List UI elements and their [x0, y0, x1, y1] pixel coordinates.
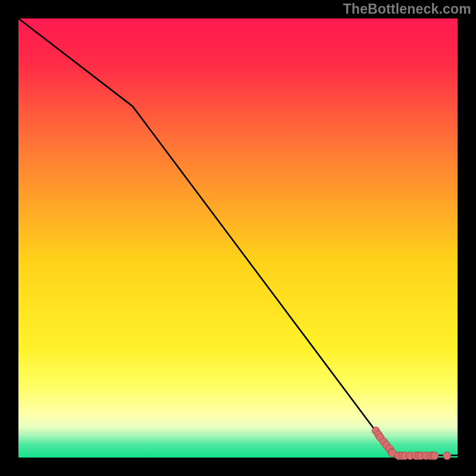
- plot-area: [18, 18, 458, 458]
- data-point: [443, 452, 451, 460]
- chart-svg: [0, 0, 476, 476]
- data-point: [431, 452, 439, 460]
- chart-container: TheBottleneck.com: [0, 0, 476, 476]
- watermark-text: TheBottleneck.com: [343, 1, 471, 17]
